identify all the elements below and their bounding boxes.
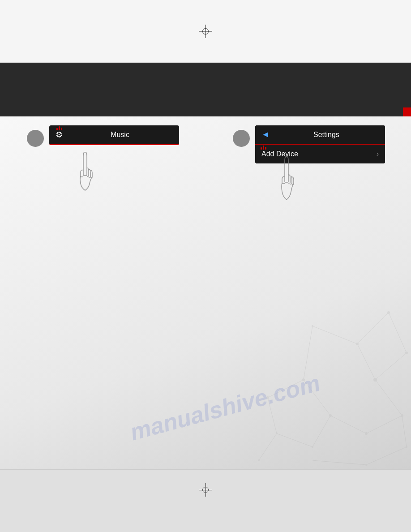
svg-point-25 bbox=[365, 432, 368, 435]
svg-line-12 bbox=[268, 380, 304, 398]
svg-point-19 bbox=[356, 343, 359, 345]
svg-line-9 bbox=[313, 416, 330, 447]
crosshair-bottom-container bbox=[199, 483, 212, 497]
loading-dot-r3 bbox=[265, 147, 266, 150]
svg-line-16 bbox=[366, 447, 407, 465]
svg-point-23 bbox=[401, 414, 403, 417]
svg-point-20 bbox=[312, 325, 313, 327]
svg-point-30 bbox=[276, 433, 278, 434]
gear-icon-container: ⚙ bbox=[56, 130, 63, 140]
step-indicator-left bbox=[27, 130, 44, 147]
svg-point-29 bbox=[266, 396, 269, 399]
svg-line-1 bbox=[313, 326, 357, 344]
loading-dot-r2 bbox=[263, 146, 264, 150]
svg-line-2 bbox=[389, 313, 407, 353]
music-panel: ⚙ Music bbox=[49, 125, 179, 145]
svg-line-17 bbox=[313, 460, 366, 465]
chevron-right-icon: › bbox=[377, 150, 379, 158]
svg-point-24 bbox=[406, 446, 407, 448]
svg-line-14 bbox=[277, 433, 313, 447]
left-panel-group: ⚙ Music bbox=[27, 125, 179, 147]
svg-line-13 bbox=[268, 398, 277, 433]
svg-line-7 bbox=[366, 416, 402, 433]
svg-point-28 bbox=[302, 378, 305, 381]
hand-illustration-left bbox=[63, 148, 107, 210]
svg-line-6 bbox=[402, 416, 407, 447]
svg-line-11 bbox=[304, 326, 313, 380]
crosshair-top bbox=[199, 25, 212, 38]
svg-line-3 bbox=[375, 353, 407, 380]
crosshair-bottom-circle bbox=[202, 487, 209, 493]
back-arrow-icon[interactable]: ◄ bbox=[261, 130, 270, 139]
music-panel-label: Music bbox=[67, 131, 173, 139]
hand-illustration-right bbox=[260, 152, 313, 224]
step-indicator-right bbox=[233, 130, 250, 147]
svg-point-18 bbox=[387, 311, 390, 314]
loading-dot-2 bbox=[59, 126, 60, 130]
svg-point-32 bbox=[365, 464, 367, 466]
gear-icon: ⚙ bbox=[56, 130, 63, 139]
dark-header-bar bbox=[0, 63, 411, 116]
crosshair-circle-top bbox=[202, 28, 209, 34]
svg-point-31 bbox=[258, 459, 260, 461]
main-content-area: manualshive.com bbox=[0, 116, 411, 469]
svg-point-26 bbox=[329, 414, 332, 417]
svg-point-21 bbox=[405, 352, 408, 354]
settings-panel-header: ◄ Settings bbox=[255, 125, 385, 145]
network-decoration bbox=[232, 290, 411, 469]
touch-indicator-right bbox=[261, 146, 266, 150]
svg-line-10 bbox=[304, 380, 330, 416]
music-panel-header: ⚙ Music bbox=[49, 125, 179, 145]
svg-line-5 bbox=[375, 380, 402, 416]
touch-indicator-left bbox=[56, 126, 62, 130]
svg-point-22 bbox=[373, 378, 377, 382]
svg-line-15 bbox=[259, 433, 277, 460]
bottom-registration-area bbox=[0, 469, 411, 532]
svg-line-8 bbox=[330, 416, 366, 433]
settings-panel-label: Settings bbox=[274, 131, 379, 139]
top-registration-area bbox=[0, 0, 411, 63]
loading-dot-r1 bbox=[261, 147, 262, 150]
svg-line-0 bbox=[357, 313, 389, 344]
svg-point-27 bbox=[312, 446, 313, 448]
svg-line-4 bbox=[357, 344, 375, 380]
